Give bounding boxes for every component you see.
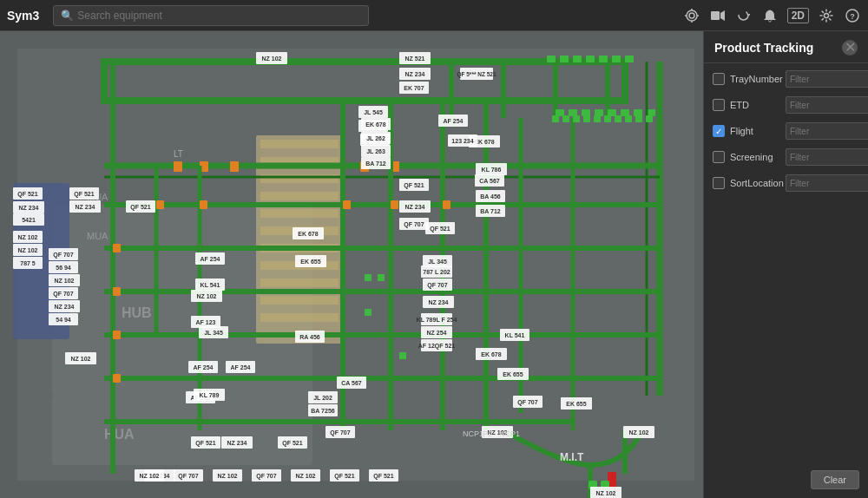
filter-row-sort-location: SortLocation [713, 174, 859, 192]
svg-text:NCP1: NCP1 [499, 429, 520, 438]
svg-text:QF 521: QF 521 [334, 473, 354, 480]
svg-text:NZ 234: NZ 234 [76, 204, 95, 210]
svg-text:AF 254: AF 254 [194, 364, 214, 370]
svg-text:NZ 102: NZ 102 [197, 293, 217, 299]
svg-text:NZ 102: NZ 102 [596, 490, 616, 496]
filter-input-etd[interactable] [786, 96, 868, 114]
svg-rect-49 [230, 161, 239, 172]
svg-text:NZ 234: NZ 234 [405, 204, 425, 210]
svg-rect-241 [365, 274, 372, 281]
svg-text:QF 521: QF 521 [430, 226, 450, 233]
svg-text:M.I.T: M.I.T [560, 451, 584, 463]
svg-rect-47 [174, 161, 182, 172]
svg-text:CA 567: CA 567 [341, 380, 362, 386]
svg-rect-236 [604, 115, 611, 122]
svg-rect-31 [260, 313, 339, 322]
svg-text:KL 786: KL 786 [482, 167, 502, 173]
svg-text:QF 707: QF 707 [517, 399, 537, 406]
svg-text:NZ 234: NZ 234 [55, 304, 75, 310]
svg-text:NZ 102: NZ 102 [140, 473, 160, 479]
svg-rect-37 [612, 56, 621, 62]
svg-text:NZ 234: NZ 234 [19, 205, 39, 211]
target-icon[interactable] [683, 7, 700, 24]
svg-rect-43 [608, 109, 616, 116]
svg-text:EK 707: EK 707 [404, 85, 424, 91]
svg-text:BA 712: BA 712 [480, 208, 501, 214]
svg-text:QF 521: QF 521 [404, 182, 424, 189]
gear-icon[interactable] [818, 7, 835, 24]
svg-text:BA 7256: BA 7256 [311, 408, 334, 414]
svg-text:EK 678: EK 678 [365, 121, 385, 128]
svg-text:BA 456: BA 456 [480, 193, 501, 200]
bell-icon[interactable] [761, 7, 779, 24]
svg-rect-234 [583, 115, 590, 122]
search-input[interactable] [77, 10, 361, 22]
panel-title: Product Tracking [714, 41, 813, 55]
svg-text:QF 707: QF 707 [178, 473, 198, 480]
svg-rect-45 [634, 109, 642, 116]
2d-button[interactable]: 2D [787, 8, 809, 23]
filter-input-screening[interactable] [786, 148, 868, 166]
svg-marker-7 [720, 10, 725, 21]
svg-text:JL 262: JL 262 [366, 135, 385, 141]
filter-input-tray-number[interactable] [786, 70, 868, 88]
filter-checkbox-screening[interactable] [713, 151, 725, 163]
svg-rect-36 [599, 56, 608, 62]
filter-checkbox-etd[interactable] [713, 99, 725, 111]
svg-rect-240 [646, 115, 653, 122]
svg-text:QF 707: QF 707 [256, 473, 276, 480]
filter-label-etd: ETD [730, 100, 780, 110]
map-area[interactable]: HUB HUA MUA MUA [0, 31, 703, 498]
filter-input-sort-location[interactable] [786, 174, 868, 192]
svg-rect-25 [260, 209, 339, 218]
svg-rect-237 [615, 115, 621, 122]
svg-rect-30 [260, 296, 339, 305]
filter-label-sort-location: SortLocation [730, 178, 780, 188]
svg-text:EK 655: EK 655 [503, 371, 523, 377]
filter-row-tray-number: TrayNumber [713, 70, 859, 88]
search-bar[interactable]: 🔍 [53, 5, 369, 26]
svg-text:QF 521: QF 521 [74, 191, 94, 198]
svg-text:QF 5*** NZ 521: QF 5*** NZ 521 [457, 71, 496, 78]
help-icon[interactable]: ? [844, 7, 861, 24]
svg-text:NZ 234: NZ 234 [227, 440, 247, 446]
svg-text:EK 678: EK 678 [298, 231, 318, 237]
svg-text:QF 707: QF 707 [330, 429, 350, 436]
svg-text:EK 678: EK 678 [481, 351, 501, 357]
refresh-icon[interactable] [735, 7, 753, 24]
svg-point-0 [687, 10, 697, 21]
panel-close-button[interactable]: ✕ [842, 40, 858, 56]
filter-checkbox-tray-number[interactable] [713, 73, 725, 85]
svg-rect-232 [562, 115, 569, 122]
svg-text:QF 707: QF 707 [427, 282, 447, 289]
svg-rect-35 [586, 56, 595, 62]
svg-rect-63 [443, 200, 450, 209]
filter-input-flight[interactable] [786, 122, 868, 140]
svg-rect-40 [569, 109, 577, 116]
svg-rect-58 [113, 374, 121, 383]
svg-text:NZ 102: NZ 102 [218, 473, 238, 479]
svg-rect-34 [573, 56, 582, 62]
svg-text:BA 712: BA 712 [365, 161, 386, 167]
filter-checkbox-flight[interactable] [713, 125, 725, 137]
svg-text:EK 655: EK 655 [566, 401, 586, 407]
video-icon[interactable] [709, 7, 727, 24]
svg-rect-231 [552, 115, 559, 122]
svg-point-1 [689, 13, 694, 18]
filter-checkbox-sort-location[interactable] [713, 177, 725, 189]
svg-text:RA 456: RA 456 [299, 334, 320, 340]
svg-text:P2: P2 [483, 429, 492, 438]
svg-rect-233 [573, 115, 580, 122]
svg-text:JL 345: JL 345 [428, 259, 447, 265]
svg-rect-235 [594, 115, 601, 122]
svg-text:787 L 202: 787 L 202 [423, 269, 450, 275]
svg-rect-244 [399, 352, 406, 359]
svg-text:QF 707: QF 707 [404, 221, 424, 228]
svg-text:NZ 234: NZ 234 [429, 299, 449, 305]
app-logo: Sym3 [7, 9, 39, 23]
svg-text:NZ 102: NZ 102 [55, 278, 75, 284]
svg-text:KL 541: KL 541 [505, 332, 525, 338]
svg-rect-42 [595, 109, 603, 116]
clear-button[interactable]: Clear [811, 470, 859, 489]
svg-text:NZ 102: NZ 102 [71, 356, 91, 362]
